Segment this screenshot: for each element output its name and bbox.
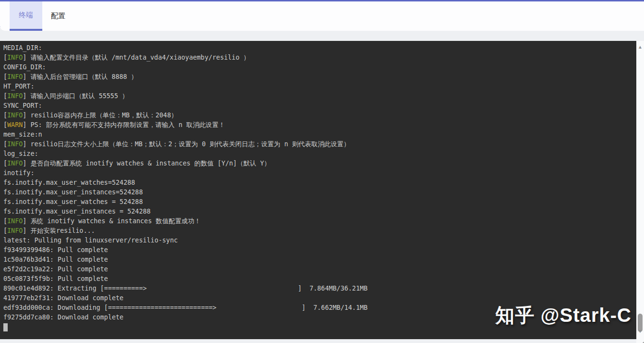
log-level-tag: INFO <box>7 54 23 61</box>
terminal-line: CONFIG_DIR: <box>3 63 636 72</box>
log-level-tag: INFO <box>7 140 23 148</box>
app-window: 终端 配置 MEDIA_DIR:[INFO] 请输入配置文件目录（默认 /mnt… <box>0 0 644 343</box>
terminal-line: [INFO] 开始安装resilio... <box>3 226 636 236</box>
terminal-line: fs.inotify.max_user_watches=524288 <box>3 178 636 188</box>
log-level-tag: INFO <box>7 73 23 80</box>
log-level-tag: INFO <box>7 227 23 234</box>
terminal-line: 890c01e4d892: Extracting [==========> ] … <box>3 284 636 293</box>
resize-grip-icon[interactable] <box>637 340 644 343</box>
scroll-up-icon[interactable]: ▲ <box>636 44 644 50</box>
scroll-down-icon[interactable]: ▼ <box>636 329 644 334</box>
terminal-line: fs.inotify.max_user_instances = 524288 <box>3 207 636 216</box>
log-level-tag: INFO <box>7 160 23 167</box>
watermark: 知乎 @Stark-C <box>495 302 632 329</box>
terminal-line: [INFO] resilio日志文件大小上限（单位：MB；默认：2；设置为 0 … <box>3 140 636 149</box>
terminal-line: fs.inotify.max_user_instances=524288 <box>3 188 636 197</box>
terminal-lines: MEDIA_DIR:[INFO] 请输入配置文件目录（默认 /mnt/data_… <box>3 43 636 322</box>
tab-bar: 终端 配置 <box>0 1 644 31</box>
terminal-line: e5f2d2c19a22: Pull complete <box>3 265 636 274</box>
terminal-line: [INFO] 请输入后台管理端口（默认 8888 ） <box>3 72 636 82</box>
terminal-line: inotify: <box>3 168 636 178</box>
terminal-line: fs.inotify.max_user_watches = 524288 <box>3 197 636 207</box>
terminal-line: latest: Pulling from linuxserver/resilio… <box>3 236 636 245</box>
terminal-line: SYNC_PORT: <box>3 101 636 111</box>
terminal-line: HT_PORT: <box>3 82 636 91</box>
terminal-line: MEDIA_DIR: <box>3 43 636 53</box>
log-level-tag: INFO <box>7 112 23 119</box>
tab-config-label: 配置 <box>51 12 65 21</box>
terminal-line: 1c50a76b3d41: Pull complete <box>3 255 636 265</box>
log-level-tag: INFO <box>7 92 23 100</box>
scrollbar[interactable]: ▲ ▼ <box>636 41 644 343</box>
terminal-line: [INFO] 请输入同步端口（默认 55555 ） <box>3 91 636 101</box>
terminal-line: [INFO] 请输入配置文件目录（默认 /mnt/data_vda4/xiaoy… <box>3 53 636 63</box>
tab-terminal[interactable]: 终端 <box>10 1 42 31</box>
main-area: MEDIA_DIR:[INFO] 请输入配置文件目录（默认 /mnt/data_… <box>0 41 644 343</box>
terminal-line: [INFO] 系统 inotify watches & instances 数值… <box>3 216 636 226</box>
terminal-line: 05c0873f5f9b: Pull complete <box>3 274 636 284</box>
terminal-line: [INFO] 是否自动配置系统 inotify watches & instan… <box>3 159 636 168</box>
terminal-line: log_size: <box>3 149 636 159</box>
terminal-line: [WARN] PS: 部分系统有可能不支持内存限制设置，请输入 n 取消此设置！ <box>3 120 636 130</box>
terminal-line: 419777eb2f31: Download complete <box>3 293 636 303</box>
tab-config[interactable]: 配置 <box>42 1 74 31</box>
terminal-line: mem_size:n <box>3 130 636 140</box>
terminal-line: [INFO] resilio容器内存上限（单位：MB，默认：2048） <box>3 111 636 120</box>
terminal-line: f93499399486: Pull complete <box>3 245 636 255</box>
tab-terminal-label: 终端 <box>19 11 33 20</box>
log-level-tag: INFO <box>7 217 23 225</box>
terminal-cursor <box>3 323 8 331</box>
log-level-tag: WARN <box>7 121 23 128</box>
spacer-strip <box>0 31 644 41</box>
terminal-output[interactable]: MEDIA_DIR:[INFO] 请输入配置文件目录（默认 /mnt/data_… <box>0 41 636 339</box>
